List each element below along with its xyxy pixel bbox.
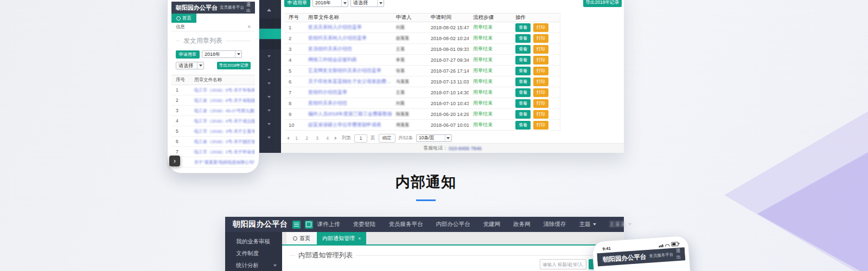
view-button[interactable]: 查看 xyxy=(515,67,531,75)
sidebar-item-file-system[interactable]: 文件制度 xyxy=(225,248,282,260)
document-link[interactable]: 电工发（2018）6号-关于表彰园区党组织 xyxy=(190,98,255,104)
page-number-button[interactable]: 2 xyxy=(303,135,311,142)
applicant-name: 马某某 xyxy=(392,79,426,85)
nav-item[interactable]: 党委登陆 xyxy=(353,221,376,228)
print-button[interactable]: 打印 xyxy=(533,67,548,75)
table-row: 3 党员组织关系介绍信 王某 2018-08-01 09:33:25 用章结束 … xyxy=(284,44,560,55)
print-button[interactable]: 打印 xyxy=(533,88,548,97)
sidebar-item-statistics[interactable]: 统计分析 xyxy=(225,260,282,271)
tab-home[interactable]: 首页 xyxy=(171,14,196,23)
document-link[interactable]: 电工字（2018）3号-关于王某等同志的请 xyxy=(190,128,255,134)
print-button[interactable]: 打印 xyxy=(533,78,548,86)
document-link[interactable]: 党员组织关系介绍信 xyxy=(304,46,392,53)
year-select[interactable]: 2018年 xyxy=(312,0,348,7)
fullscreen-button[interactable] xyxy=(305,221,313,229)
goto-page-input[interactable]: 1 xyxy=(354,134,367,143)
view-button[interactable]: 查看 xyxy=(515,121,531,130)
chevron-down-icon[interactable] xyxy=(267,82,271,86)
nav-item[interactable]: 党建网 xyxy=(483,221,501,228)
document-link[interactable]: 电工字（2018）5号-关于争取李某同志工作 xyxy=(190,87,255,93)
chevron-down-icon[interactable] xyxy=(267,109,271,113)
document-link[interactable]: 关于“某某某”电线电缆有限公司建立党支部 xyxy=(190,159,255,165)
table-row: 5 艺龙网党支部组织关系介绍信盖章 张某 2018-07-26 17:14:08… xyxy=(284,66,560,76)
d1-sidebar-item[interactable] xyxy=(259,40,281,49)
document-link[interactable]: 党员关系转入介绍信盖章 xyxy=(304,24,392,31)
document-link[interactable]: 党组织介绍信盖章 xyxy=(304,89,392,96)
document-link[interactable]: 电工发（2018）2号-关于园区管理委员会公 xyxy=(190,139,255,145)
confirm-button[interactable]: 确定 xyxy=(379,134,395,143)
logout-link[interactable]: 退出 xyxy=(675,248,681,261)
sidebar-item-my-audits[interactable]: 我的业务审核 xyxy=(225,236,282,248)
print-button[interactable]: 打印 xyxy=(533,121,548,130)
home-tab-icon xyxy=(293,236,297,241)
chevron-down-icon[interactable] xyxy=(267,137,271,140)
filter-select[interactable]: 请选择 xyxy=(176,62,204,69)
per-page-select[interactable]: 10条/页 xyxy=(416,134,452,142)
nav-item-theme[interactable]: 主题 xyxy=(579,221,596,228)
print-button[interactable]: 打印 xyxy=(533,23,548,32)
chevron-down-icon[interactable] xyxy=(267,123,271,127)
table-row: 10 赵某攻读硕士学位学费资助申请表 周某某 2018-06-07 10:01:… xyxy=(284,120,560,131)
nav-item[interactable]: 内部办公平台 xyxy=(436,221,470,228)
table-row: 6 电工发（2018）2号-关于园区管理委员会公 xyxy=(171,137,255,147)
d1-sidebar-item[interactable] xyxy=(259,18,281,28)
chevron-down-icon[interactable] xyxy=(267,96,271,100)
chevron-down-icon[interactable] xyxy=(267,69,271,73)
export-records-button[interactable]: 导出2018年记录 xyxy=(217,62,251,69)
search-input[interactable] xyxy=(540,259,586,269)
page-number-button[interactable]: 1 xyxy=(292,135,301,142)
document-link[interactable]: 电工发（2018）45-27号第九届全国委员会 xyxy=(190,108,255,114)
print-button[interactable]: 打印 xyxy=(533,99,548,108)
document-link[interactable]: 艺龙网党支部组织关系介绍信盖章 xyxy=(304,67,392,74)
document-link[interactable]: 赵某攻读硕士学位学费资助申请表 xyxy=(304,121,392,128)
document-link[interactable]: 电工字（2018）4号-关于成立园区工作组 xyxy=(190,118,255,124)
tab-notice-management[interactable]: 内部通知管理 × xyxy=(317,232,366,244)
apply-seal-chip[interactable]: 申请用章 xyxy=(284,0,310,7)
d1-content: 申请用章 2018年 请选择 导出2018年记录 序号 用章文件名称 申请人 申… xyxy=(281,0,624,153)
document-link[interactable]: 电工字（2018）2号-关于申请变更北京市 xyxy=(190,149,255,155)
chevron-up-icon[interactable] xyxy=(267,7,271,11)
phone-table-body: 1 电工字（2018）5号-关于争取李某同志工作 2 电工发（2018）6号-关… xyxy=(171,85,255,169)
menu-button[interactable] xyxy=(292,221,301,229)
document-link[interactable]: 关于停发朱某某独生子女父母奖励费… xyxy=(304,78,392,85)
export-records-button[interactable]: 导出2018年记录 xyxy=(583,0,622,7)
view-button[interactable]: 查看 xyxy=(515,56,531,64)
print-button[interactable]: 打印 xyxy=(533,110,548,119)
prev-page-icon[interactable] xyxy=(285,137,289,140)
page-number-button[interactable]: 4 xyxy=(323,135,331,142)
print-button[interactable]: 打印 xyxy=(533,34,548,43)
nav-item[interactable]: 课件上传 xyxy=(317,221,340,228)
tab-home[interactable]: 首页 xyxy=(286,232,317,244)
filter-select[interactable]: 请选择 xyxy=(350,0,384,7)
nav-item[interactable]: 政务网 xyxy=(513,221,531,228)
phone-filter-row-2: 请选择 导出2018年记录 xyxy=(176,62,251,69)
document-link[interactable]: 党组织关系转入介绍信盖章 xyxy=(304,35,392,42)
d1-sidebar-active-item[interactable] xyxy=(259,29,281,39)
print-button[interactable]: 打印 xyxy=(533,45,548,54)
page-number-button[interactable]: 3 xyxy=(313,135,321,142)
document-link[interactable]: 编外人员2018年度第三期工会费基数核定表 xyxy=(304,111,392,118)
close-icon[interactable]: × xyxy=(358,236,361,241)
section-heading: 内部通知 xyxy=(217,172,635,201)
apply-seal-chip[interactable]: 申请用章 xyxy=(176,50,200,59)
document-link[interactable]: 网络工作组会议签到表 xyxy=(304,56,392,63)
close-icon[interactable]: × xyxy=(247,24,251,30)
chevron-down-icon[interactable] xyxy=(267,55,271,59)
view-button[interactable]: 查看 xyxy=(515,99,531,108)
view-button[interactable]: 查看 xyxy=(515,23,531,32)
nav-item[interactable]: 清除缓存 xyxy=(544,221,566,228)
view-button[interactable]: 查看 xyxy=(515,34,531,43)
expand-panel-button[interactable]: › xyxy=(169,156,180,166)
view-button[interactable]: 查看 xyxy=(515,78,531,86)
pagination: 1234 到第 1 页 确定 共52条 10条/页 xyxy=(285,133,624,143)
year-select[interactable]: 2018年 xyxy=(202,50,242,58)
print-button[interactable]: 打印 xyxy=(533,56,548,64)
document-link[interactable]: 党组织关系介绍信 xyxy=(304,100,392,107)
view-button[interactable]: 查看 xyxy=(515,88,531,97)
nav-item[interactable]: 党员服务平台 xyxy=(389,221,423,228)
view-button[interactable]: 查看 xyxy=(515,110,531,119)
next-page-icon[interactable] xyxy=(335,137,339,140)
view-button[interactable]: 查看 xyxy=(515,45,531,54)
nav-item-user[interactable]: 王某某 xyxy=(609,221,632,228)
logout-link[interactable]: 退出 xyxy=(246,2,251,14)
